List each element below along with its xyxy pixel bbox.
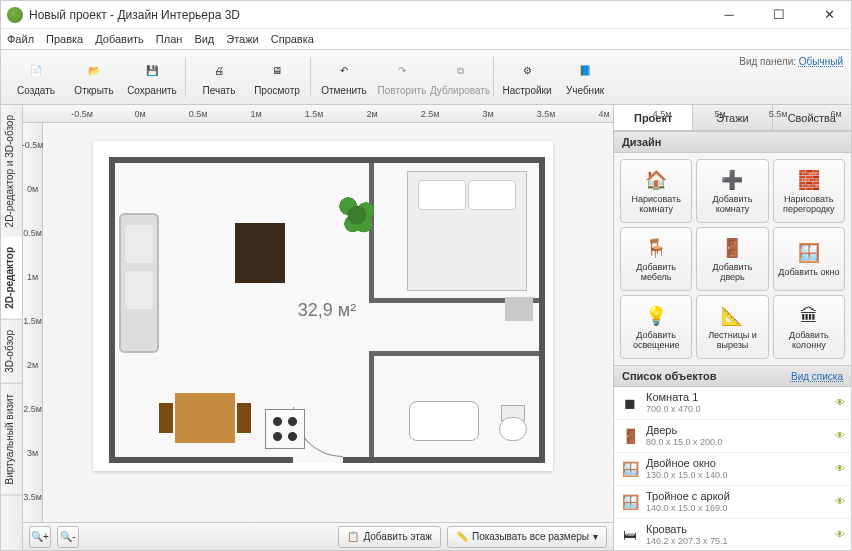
vtab-0[interactable]: 2D-редактор и 3D-обзор xyxy=(1,105,22,237)
Учебник-icon: 📘 xyxy=(571,59,599,83)
menu-Справка[interactable]: Справка xyxy=(271,33,314,45)
zoom-in-button[interactable]: 🔍+ xyxy=(29,526,51,548)
horizontal-ruler: -0.5м0м0.5м1м1.5м2м2.5м3м3.5м4м4.5м5м5.5… xyxy=(23,105,613,123)
list-view-link[interactable]: Вид списка xyxy=(791,371,843,382)
stove-furniture[interactable] xyxy=(265,409,305,449)
tool-Добавить освещение[interactable]: 💡Добавить освещение xyxy=(620,295,692,359)
visibility-icon[interactable]: 👁 xyxy=(835,397,845,408)
visibility-icon[interactable]: 👁 xyxy=(835,463,845,474)
bed-furniture[interactable] xyxy=(407,171,527,291)
tool-Нарисовать перегородку[interactable]: 🧱Нарисовать перегородку xyxy=(773,159,845,223)
right-panel: ПроектЭтажиСвойства Дизайн 🏠Нарисовать к… xyxy=(613,105,851,550)
menu-Этажи[interactable]: Этажи xyxy=(226,33,258,45)
menu-Добавить[interactable]: Добавить xyxy=(95,33,144,45)
zoom-out-button[interactable]: 🔍- xyxy=(57,526,79,548)
minimize-button[interactable]: ─ xyxy=(713,7,745,22)
vtab-2[interactable]: 3D-обзор xyxy=(1,320,22,384)
menu-Вид[interactable]: Вид xyxy=(194,33,214,45)
object-Тройное с аркой[interactable]: 🪟Тройное с аркой140.0 x 15.0 x 169.0👁 xyxy=(614,486,851,519)
menu-План[interactable]: План xyxy=(156,33,183,45)
Повторить-icon: ↷ xyxy=(388,59,416,83)
tool-icon: 🪟 xyxy=(797,241,821,265)
Создать-icon: 📄 xyxy=(22,59,50,83)
show-dimensions-button[interactable]: 📏 Показывать все размеры ▾ xyxy=(447,526,607,548)
tool-Добавить комнату[interactable]: ➕Добавить комнату xyxy=(696,159,768,223)
tool-icon: 🚪 xyxy=(720,236,744,260)
toolbar-Учебник[interactable]: 📘Учебник xyxy=(556,52,614,102)
panel-mode-link[interactable]: Обычный xyxy=(799,56,843,67)
Просмотр-icon: 🖥 xyxy=(263,59,291,83)
object-icon: ◼ xyxy=(620,393,640,413)
tool-icon: 🧱 xyxy=(797,168,821,192)
object-icon: 🚪 xyxy=(620,426,640,446)
Настройки-icon: ⚙ xyxy=(513,59,541,83)
vtab-3[interactable]: Виртуальный визит xyxy=(1,384,22,496)
tool-icon: 🏠 xyxy=(644,168,668,192)
toolbar-Создать[interactable]: 📄Создать xyxy=(7,52,65,102)
sofa-furniture[interactable] xyxy=(119,213,159,353)
objects-header: Список объектов Вид списка xyxy=(614,365,851,387)
object-icon: 🪟 xyxy=(620,492,640,512)
vertical-ruler: -0.5м0м0.5м1м1.5м2м2.5м3м3.5м4м4.5м5м xyxy=(23,123,43,522)
toolbar-Просмотр[interactable]: 🖥Просмотр xyxy=(248,52,306,102)
menu-Правка[interactable]: Правка xyxy=(46,33,83,45)
room-area-label: 32,9 м² xyxy=(298,300,356,321)
object-icon: 🛏 xyxy=(620,525,640,545)
floor-plan[interactable]: 32,9 м² xyxy=(93,141,553,471)
object-Комната 1[interactable]: ◼Комната 1700.0 x 470.0👁 xyxy=(614,387,851,420)
object-Дверь[interactable]: 🚪Дверь80.0 x 15.0 x 200.0👁 xyxy=(614,420,851,453)
toolbar-Дублировать: ⧉Дублировать xyxy=(431,52,489,102)
tool-Добавить дверь[interactable]: 🚪Добавить дверь xyxy=(696,227,768,291)
toolbar-Открыть[interactable]: 📂Открыть xyxy=(65,52,123,102)
tool-Лестницы и вырезы[interactable]: 📐Лестницы и вырезы xyxy=(696,295,768,359)
menu-Файл[interactable]: Файл xyxy=(7,33,34,45)
nightstand-furniture[interactable] xyxy=(505,297,533,321)
toolbar-Настройки[interactable]: ⚙Настройки xyxy=(498,52,556,102)
toolbar-Печать[interactable]: 🖨Печать xyxy=(190,52,248,102)
window-title: Новый проект - Дизайн Интерьера 3D xyxy=(29,8,240,22)
titlebar: Новый проект - Дизайн Интерьера 3D ─ ☐ ✕ xyxy=(1,1,851,29)
tv-stand-furniture[interactable] xyxy=(235,223,285,283)
Открыть-icon: 📂 xyxy=(80,59,108,83)
app-icon xyxy=(7,7,23,23)
tool-icon: 💡 xyxy=(644,304,668,328)
visibility-icon[interactable]: 👁 xyxy=(835,430,845,441)
object-icon: 🪟 xyxy=(620,459,640,479)
maximize-button[interactable]: ☐ xyxy=(763,7,795,22)
Дублировать-icon: ⧉ xyxy=(446,59,474,83)
table-furniture[interactable] xyxy=(175,393,235,443)
toilet-furniture[interactable] xyxy=(499,405,525,439)
tool-Нарисовать комнату[interactable]: 🏠Нарисовать комнату xyxy=(620,159,692,223)
vertical-tabs: 2D-редактор и 3D-обзор2D-редактор3D-обзо… xyxy=(1,105,23,550)
add-floor-button[interactable]: 📋 Добавить этаж xyxy=(338,526,441,548)
visibility-icon[interactable]: 👁 xyxy=(835,496,845,507)
tool-Добавить окно[interactable]: 🪟Добавить окно xyxy=(773,227,845,291)
toolbar: 📄Создать📂Открыть💾Сохранить🖨Печать🖥Просмо… xyxy=(1,49,851,105)
toolbar-Сохранить[interactable]: 💾Сохранить xyxy=(123,52,181,102)
toolbar-Отменить[interactable]: ↶Отменить xyxy=(315,52,373,102)
tool-icon: 🏛 xyxy=(797,304,821,328)
toolbar-Повторить: ↷Повторить xyxy=(373,52,431,102)
panel-mode-label: Вид панели: Обычный xyxy=(739,56,843,67)
tool-Добавить мебель[interactable]: 🪑Добавить мебель xyxy=(620,227,692,291)
bathtub-furniture[interactable] xyxy=(409,401,479,441)
design-header: Дизайн xyxy=(614,131,851,153)
tool-icon: ➕ xyxy=(720,168,744,192)
vtab-1[interactable]: 2D-редактор xyxy=(1,237,22,320)
object-Кровать[interactable]: 🛏Кровать146.2 x 207.3 x 75.1👁 xyxy=(614,519,851,550)
tool-icon: 📐 xyxy=(720,304,744,328)
Сохранить-icon: 💾 xyxy=(138,59,166,83)
visibility-icon[interactable]: 👁 xyxy=(835,529,845,540)
tool-Добавить колонну[interactable]: 🏛Добавить колонну xyxy=(773,295,845,359)
Отменить-icon: ↶ xyxy=(330,59,358,83)
Печать-icon: 🖨 xyxy=(205,59,233,83)
close-button[interactable]: ✕ xyxy=(813,7,845,22)
statusbar: 🔍+ 🔍- 📋 Добавить этаж 📏 Показывать все р… xyxy=(23,522,613,550)
canvas[interactable]: 32,9 м² xyxy=(43,123,613,522)
tool-icon: 🪑 xyxy=(644,236,668,260)
plant-furniture[interactable] xyxy=(335,193,379,237)
object-Двойное окно[interactable]: 🪟Двойное окно130.0 x 15.0 x 140.0👁 xyxy=(614,453,851,486)
menubar: ФайлПравкаДобавитьПланВидЭтажиСправка xyxy=(1,29,851,49)
